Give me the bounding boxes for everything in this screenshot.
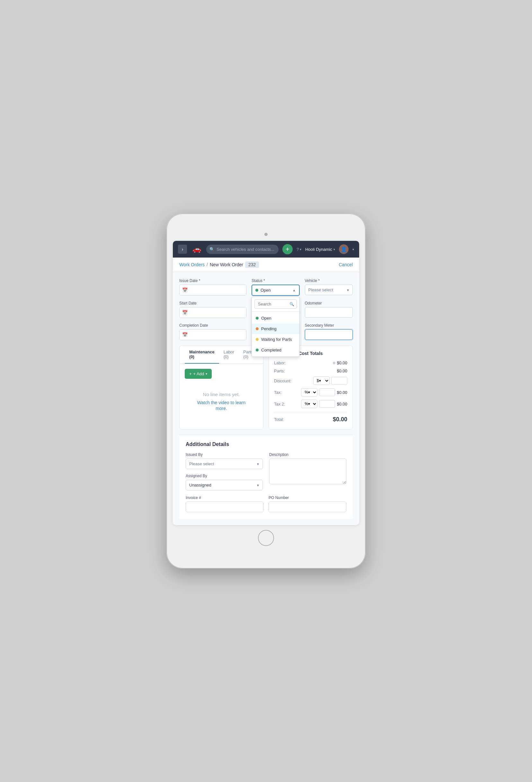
cost-divider: [274, 412, 347, 412]
tax2-input[interactable]: 0: [319, 400, 335, 408]
device-home-button[interactable]: [258, 530, 274, 546]
labor-info: $0.00: [333, 360, 347, 365]
nav-search-input[interactable]: [206, 245, 278, 254]
total-row: Total: $0.00: [274, 416, 347, 423]
secondary-meter-group: Secondary Meter 88,921: [305, 323, 353, 340]
issue-date-input-wrap: 📅 2016-02-28: [179, 285, 246, 295]
nav-logo: 🚗: [191, 245, 202, 254]
add-button[interactable]: + + Add ▾: [185, 369, 212, 379]
issued-by-select[interactable]: Please select: [186, 459, 263, 469]
nav-add-button[interactable]: +: [282, 244, 293, 254]
additional-grid: Issued By Please select Assigned By: [186, 453, 346, 490]
tax-input[interactable]: 10: [319, 388, 335, 396]
po-group: PO Number: [269, 496, 346, 512]
labor-row: Labor: $0.00: [274, 360, 347, 365]
issued-by-select-wrap: Please select: [186, 459, 263, 469]
issued-by-group: Issued By Please select: [186, 453, 263, 469]
add-label: + Add: [193, 371, 204, 376]
left-column: Issued By Please select Assigned By: [186, 453, 263, 490]
status-selected-label: Open: [261, 288, 271, 293]
help-icon: ?: [297, 247, 299, 252]
vehicle-label: Vehicle *: [305, 279, 353, 283]
discount-row: Discount: $▾ %▾ 0: [274, 377, 347, 385]
status-search-area: [252, 297, 299, 312]
plus-icon: +: [189, 371, 192, 376]
status-option-pending[interactable]: Pending: [252, 323, 299, 334]
vehicle-group: Vehicle * Please select: [305, 279, 353, 296]
status-options: Open Pending Waiting for Parts: [252, 312, 299, 357]
nav-toggle-button[interactable]: ›: [178, 245, 187, 254]
labor-value: $0.00: [337, 360, 347, 365]
tax-amount: $0.00: [337, 390, 347, 395]
discount-input[interactable]: 0: [331, 377, 347, 385]
description-textarea[interactable]: [269, 459, 346, 484]
vehicle-select[interactable]: Please select: [305, 285, 353, 295]
avatar[interactable]: 👤: [339, 244, 349, 254]
tax-row: Tax: %▾ $▾ 10 $0.00: [274, 388, 347, 396]
labor-label: Labor:: [274, 360, 286, 365]
status-option-waiting[interactable]: Waiting for Parts: [252, 334, 299, 345]
status-option-completed[interactable]: Completed: [252, 345, 299, 355]
issue-date-input[interactable]: 2016-02-28: [190, 285, 246, 295]
invoice-input[interactable]: [186, 502, 263, 512]
panels-row: Maintenance (0) Labor (0) Parts (0) + + …: [179, 345, 353, 430]
assigned-by-group: Assigned By Unassigned: [186, 474, 263, 490]
help-chevron: ▾: [300, 248, 301, 251]
navbar: › 🚗 🔍 + ? ▾ Hooli Dynamic ▾ 👤 ▾: [173, 241, 359, 257]
tax-type-select[interactable]: %▾ $▾: [301, 388, 317, 396]
completion-date-group: Completion Date 📅: [179, 323, 246, 340]
nav-org[interactable]: Hooli Dynamic ▾: [305, 247, 335, 252]
discount-type-select[interactable]: $▾ %▾: [313, 377, 330, 385]
breadcrumb-bar: Work Orders / New Work Order 232 Cancel: [173, 257, 359, 272]
vehicle-select-wrap: Please select: [305, 285, 353, 295]
empty-state-link[interactable]: Watch the video to learn more.: [197, 400, 245, 411]
line-items-panel: Maintenance (0) Labor (0) Parts (0) + + …: [179, 345, 263, 430]
assigned-by-select[interactable]: Unassigned: [186, 480, 263, 490]
tax2-type-select[interactable]: %▾ $▾: [301, 400, 317, 408]
tax2-amount: $0.00: [337, 402, 347, 406]
nav-help[interactable]: ? ▾: [297, 247, 301, 252]
right-column: Description: [269, 453, 346, 490]
status-option-completed-label: Completed: [261, 348, 281, 352]
status-dropdown: Open Pending Waiting for Parts: [252, 296, 300, 357]
tabs: Maintenance (0) Labor (0) Parts (0): [180, 346, 263, 364]
tab-maintenance[interactable]: Maintenance (0): [185, 346, 219, 364]
avatar-chevron: ▾: [352, 248, 354, 251]
pending-dot: [256, 327, 259, 330]
form-row-dates-status-vehicle: Issue Date * 📅 2016-02-28 Status * Open: [179, 279, 353, 296]
waiting-dot: [256, 338, 259, 341]
po-label: PO Number: [269, 496, 346, 500]
odometer-input[interactable]: [305, 307, 353, 318]
additional-title: Additional Details: [186, 441, 346, 447]
assigned-by-select-wrap: Unassigned: [186, 480, 263, 490]
status-group: Status * Open ▲: [252, 279, 300, 296]
chevron-right-icon: ›: [182, 247, 183, 252]
cost-panel: Cost Totals Labor: $0.00 Parts: $0.00: [269, 346, 352, 428]
nav-search-wrap: 🔍: [206, 245, 278, 254]
total-label: Total:: [274, 417, 284, 422]
status-option-open[interactable]: Open: [252, 313, 299, 323]
breadcrumb-current: New Work Order: [210, 262, 243, 267]
completion-date-input[interactable]: [190, 330, 246, 340]
po-input[interactable]: [269, 502, 346, 512]
breadcrumb-id: 232: [245, 261, 259, 268]
calendar-icon: 📅: [180, 285, 190, 295]
tax-label: Tax:: [274, 390, 282, 395]
invoice-group: Invoice #: [186, 496, 263, 512]
description-group: Description: [269, 453, 346, 486]
tax2-row: Tax 2: %▾ $▾ 0 $0.00: [274, 400, 347, 408]
tax2-label: Tax 2:: [274, 402, 285, 406]
breadcrumb-work-orders[interactable]: Work Orders: [179, 262, 205, 267]
discount-input-row: $▾ %▾ 0: [313, 377, 347, 385]
parts-label: Parts:: [274, 368, 285, 373]
cost-totals-panel: Cost Totals Labor: $0.00 Parts: $0.00: [269, 345, 353, 430]
status-trigger[interactable]: Open ▲: [252, 285, 300, 296]
org-name: Hooli Dynamic: [305, 247, 332, 252]
cancel-button[interactable]: Cancel: [339, 262, 353, 267]
tax2-input-row: %▾ $▾ 0 $0.00: [301, 400, 347, 408]
secondary-meter-input[interactable]: 88,921: [305, 329, 353, 340]
tab-labor[interactable]: Labor (0): [219, 346, 239, 364]
breadcrumb-separator: /: [206, 262, 208, 267]
start-date-input[interactable]: [190, 308, 246, 318]
status-search-input[interactable]: [255, 299, 297, 309]
